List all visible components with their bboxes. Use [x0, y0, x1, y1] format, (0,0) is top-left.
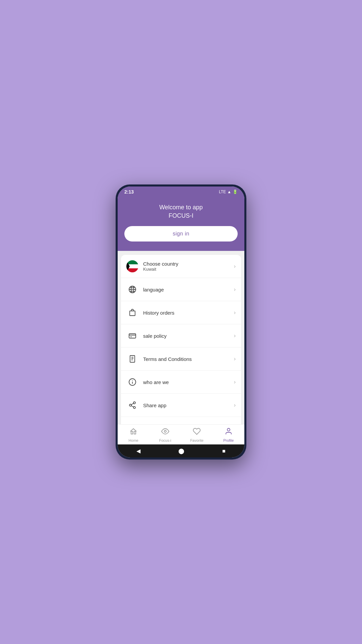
chevron-icon: ›: [234, 286, 236, 292]
menu-card: Choose country Kuwait ›: [121, 255, 241, 424]
svg-point-19: [133, 402, 135, 404]
country-text-group: Choose country Kuwait: [143, 261, 234, 272]
focus-i-nav-label: Focus-i: [159, 438, 171, 442]
chevron-icon: ›: [234, 379, 236, 385]
menu-item-history-orders[interactable]: History orders ›: [121, 301, 241, 324]
svg-point-29: [227, 428, 230, 431]
chevron-icon: ›: [234, 356, 236, 362]
nav-item-focus-i[interactable]: Focus-i: [154, 427, 177, 442]
menu-item-sale-policy[interactable]: sale policy ›: [121, 324, 241, 347]
status-icons: LTE ▲ 🔋: [219, 190, 238, 194]
nav-item-home[interactable]: Home: [122, 427, 145, 442]
document-icon: [126, 353, 138, 365]
svg-point-20: [129, 404, 131, 406]
who-are-we-text-group: who are we: [143, 379, 234, 385]
who-are-we-label: who are we: [143, 379, 234, 385]
home-icon: [129, 427, 137, 437]
chevron-icon: ›: [234, 333, 236, 339]
globe-icon: [126, 283, 138, 296]
card-icon: [126, 330, 138, 342]
nav-item-favorite[interactable]: Favorite: [185, 427, 208, 442]
bag-icon: [126, 307, 138, 319]
signin-button[interactable]: sign in: [124, 226, 238, 241]
app-name: FOCUS-I: [124, 212, 238, 219]
svg-point-21: [133, 407, 135, 409]
home-nav-label: Home: [129, 438, 138, 442]
chevron-icon: ›: [234, 310, 236, 316]
menu-item-language[interactable]: language ›: [121, 278, 241, 301]
profile-icon: [225, 427, 233, 437]
svg-rect-8: [130, 311, 135, 316]
signal-icon: ▲: [227, 190, 231, 194]
favorite-nav-label: Favorite: [190, 438, 203, 442]
phone-screen: 2:13 LTE ▲ 🔋 Welcome to app FOCUS-I sign…: [118, 186, 244, 458]
svg-rect-9: [129, 334, 136, 338]
share-icon: [126, 399, 138, 411]
eye-icon: [161, 427, 169, 437]
home-button[interactable]: ⬤: [178, 448, 184, 454]
info-icon: [126, 376, 138, 388]
menu-item-connect-with-us[interactable]: Connect with us ›: [121, 417, 241, 424]
language-text-group: language: [143, 287, 234, 292]
svg-point-28: [164, 430, 166, 432]
kuwait-flag-icon: [126, 260, 138, 272]
share-app-label: Share app: [143, 402, 234, 408]
content-area: Choose country Kuwait ›: [118, 251, 244, 424]
heart-icon: [193, 427, 201, 437]
status-time: 2:13: [124, 189, 134, 195]
chevron-icon: ›: [234, 402, 236, 408]
svg-rect-26: [131, 431, 133, 434]
profile-nav-label: Profile: [223, 438, 234, 442]
share-app-text-group: Share app: [143, 402, 234, 408]
menu-item-share-app[interactable]: Share app ›: [121, 394, 241, 417]
menu-item-terms[interactable]: Terms and Conditions ›: [121, 347, 241, 371]
history-orders-text-group: History orders: [143, 310, 234, 316]
history-orders-label: History orders: [143, 310, 234, 316]
lte-icon: LTE: [219, 190, 226, 194]
bottom-nav: Home Focus-i Favorite: [118, 424, 244, 444]
chevron-icon: ›: [234, 263, 236, 269]
welcome-text: Welcome to app: [124, 204, 238, 211]
menu-item-who-are-we[interactable]: who are we ›: [121, 371, 241, 394]
app-header: Welcome to app FOCUS-I sign in: [118, 196, 244, 251]
back-button[interactable]: ◀: [136, 448, 140, 454]
svg-line-23: [131, 404, 134, 405]
recents-button[interactable]: ■: [222, 448, 226, 454]
sale-policy-text-group: sale policy: [143, 333, 234, 339]
android-nav-bar: ◀ ⬤ ■: [118, 444, 244, 458]
terms-label: Terms and Conditions: [143, 356, 234, 362]
choose-country-label: Choose country: [143, 261, 234, 267]
svg-rect-12: [130, 356, 135, 362]
country-value: Kuwait: [143, 267, 234, 272]
status-bar: 2:13 LTE ▲ 🔋: [118, 186, 244, 196]
svg-rect-27: [134, 431, 136, 434]
mail-icon: [126, 422, 138, 424]
language-label: language: [143, 287, 234, 292]
battery-icon: 🔋: [233, 190, 238, 194]
phone-frame: 2:13 LTE ▲ 🔋 Welcome to app FOCUS-I sign…: [116, 184, 246, 460]
menu-item-choose-country[interactable]: Choose country Kuwait ›: [121, 255, 241, 278]
terms-text-group: Terms and Conditions: [143, 356, 234, 362]
sale-policy-label: sale policy: [143, 333, 234, 339]
svg-line-22: [131, 406, 134, 407]
nav-item-profile[interactable]: Profile: [217, 427, 240, 442]
